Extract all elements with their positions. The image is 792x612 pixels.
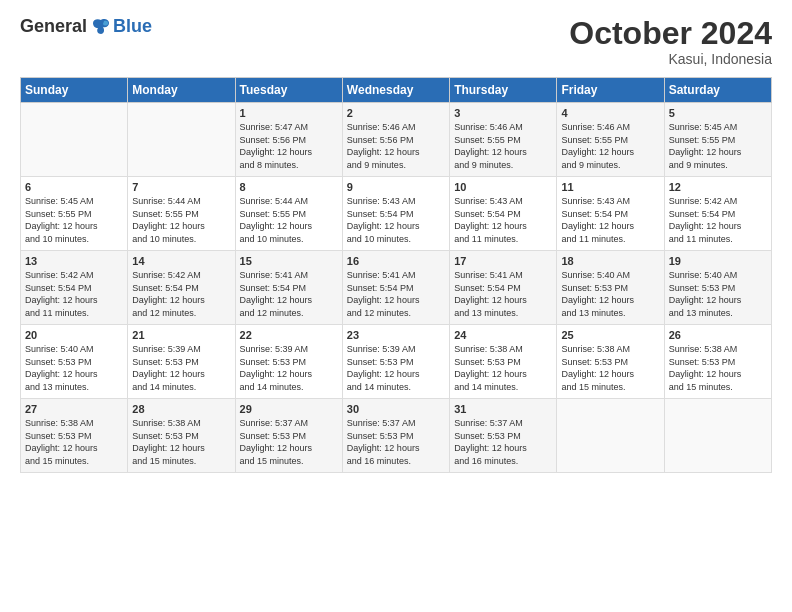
table-row: 30Sunrise: 5:37 AM Sunset: 5:53 PM Dayli…	[342, 399, 449, 473]
header-saturday: Saturday	[664, 78, 771, 103]
table-row: 14Sunrise: 5:42 AM Sunset: 5:54 PM Dayli…	[128, 251, 235, 325]
day-number: 5	[669, 107, 767, 119]
calendar-week-row: 20Sunrise: 5:40 AM Sunset: 5:53 PM Dayli…	[21, 325, 772, 399]
table-row	[557, 399, 664, 473]
table-row: 29Sunrise: 5:37 AM Sunset: 5:53 PM Dayli…	[235, 399, 342, 473]
table-row	[128, 103, 235, 177]
day-number: 2	[347, 107, 445, 119]
table-row: 13Sunrise: 5:42 AM Sunset: 5:54 PM Dayli…	[21, 251, 128, 325]
table-row: 17Sunrise: 5:41 AM Sunset: 5:54 PM Dayli…	[450, 251, 557, 325]
day-info: Sunrise: 5:41 AM Sunset: 5:54 PM Dayligh…	[240, 269, 338, 319]
calendar-page: General Blue October 2024 Kasui, Indones…	[0, 0, 792, 612]
day-number: 28	[132, 403, 230, 415]
day-number: 11	[561, 181, 659, 193]
day-info: Sunrise: 5:38 AM Sunset: 5:53 PM Dayligh…	[454, 343, 552, 393]
day-info: Sunrise: 5:37 AM Sunset: 5:53 PM Dayligh…	[240, 417, 338, 467]
day-number: 17	[454, 255, 552, 267]
day-info: Sunrise: 5:38 AM Sunset: 5:53 PM Dayligh…	[132, 417, 230, 467]
day-info: Sunrise: 5:41 AM Sunset: 5:54 PM Dayligh…	[347, 269, 445, 319]
day-number: 9	[347, 181, 445, 193]
table-row: 20Sunrise: 5:40 AM Sunset: 5:53 PM Dayli…	[21, 325, 128, 399]
logo-blue-text: Blue	[113, 16, 152, 37]
day-number: 20	[25, 329, 123, 341]
day-number: 4	[561, 107, 659, 119]
table-row: 18Sunrise: 5:40 AM Sunset: 5:53 PM Dayli…	[557, 251, 664, 325]
table-row	[664, 399, 771, 473]
day-info: Sunrise: 5:45 AM Sunset: 5:55 PM Dayligh…	[669, 121, 767, 171]
day-number: 31	[454, 403, 552, 415]
day-info: Sunrise: 5:46 AM Sunset: 5:55 PM Dayligh…	[454, 121, 552, 171]
calendar-header-row: Sunday Monday Tuesday Wednesday Thursday…	[21, 78, 772, 103]
table-row: 31Sunrise: 5:37 AM Sunset: 5:53 PM Dayli…	[450, 399, 557, 473]
table-row: 2Sunrise: 5:46 AM Sunset: 5:56 PM Daylig…	[342, 103, 449, 177]
day-number: 14	[132, 255, 230, 267]
day-info: Sunrise: 5:40 AM Sunset: 5:53 PM Dayligh…	[25, 343, 123, 393]
day-info: Sunrise: 5:46 AM Sunset: 5:56 PM Dayligh…	[347, 121, 445, 171]
table-row: 3Sunrise: 5:46 AM Sunset: 5:55 PM Daylig…	[450, 103, 557, 177]
table-row: 24Sunrise: 5:38 AM Sunset: 5:53 PM Dayli…	[450, 325, 557, 399]
day-number: 6	[25, 181, 123, 193]
day-info: Sunrise: 5:43 AM Sunset: 5:54 PM Dayligh…	[454, 195, 552, 245]
day-number: 29	[240, 403, 338, 415]
day-number: 3	[454, 107, 552, 119]
table-row: 6Sunrise: 5:45 AM Sunset: 5:55 PM Daylig…	[21, 177, 128, 251]
table-row: 27Sunrise: 5:38 AM Sunset: 5:53 PM Dayli…	[21, 399, 128, 473]
day-info: Sunrise: 5:43 AM Sunset: 5:54 PM Dayligh…	[561, 195, 659, 245]
table-row: 10Sunrise: 5:43 AM Sunset: 5:54 PM Dayli…	[450, 177, 557, 251]
day-info: Sunrise: 5:39 AM Sunset: 5:53 PM Dayligh…	[132, 343, 230, 393]
table-row: 25Sunrise: 5:38 AM Sunset: 5:53 PM Dayli…	[557, 325, 664, 399]
day-info: Sunrise: 5:38 AM Sunset: 5:53 PM Dayligh…	[561, 343, 659, 393]
day-number: 1	[240, 107, 338, 119]
day-info: Sunrise: 5:37 AM Sunset: 5:53 PM Dayligh…	[454, 417, 552, 467]
table-row: 22Sunrise: 5:39 AM Sunset: 5:53 PM Dayli…	[235, 325, 342, 399]
day-info: Sunrise: 5:38 AM Sunset: 5:53 PM Dayligh…	[25, 417, 123, 467]
logo: General Blue	[20, 16, 152, 37]
day-number: 19	[669, 255, 767, 267]
table-row: 28Sunrise: 5:38 AM Sunset: 5:53 PM Dayli…	[128, 399, 235, 473]
table-row: 5Sunrise: 5:45 AM Sunset: 5:55 PM Daylig…	[664, 103, 771, 177]
header: General Blue October 2024 Kasui, Indones…	[20, 16, 772, 67]
header-tuesday: Tuesday	[235, 78, 342, 103]
day-number: 30	[347, 403, 445, 415]
day-info: Sunrise: 5:40 AM Sunset: 5:53 PM Dayligh…	[561, 269, 659, 319]
header-sunday: Sunday	[21, 78, 128, 103]
day-info: Sunrise: 5:41 AM Sunset: 5:54 PM Dayligh…	[454, 269, 552, 319]
day-info: Sunrise: 5:46 AM Sunset: 5:55 PM Dayligh…	[561, 121, 659, 171]
day-info: Sunrise: 5:44 AM Sunset: 5:55 PM Dayligh…	[240, 195, 338, 245]
table-row: 23Sunrise: 5:39 AM Sunset: 5:53 PM Dayli…	[342, 325, 449, 399]
month-title: October 2024	[569, 16, 772, 51]
day-info: Sunrise: 5:43 AM Sunset: 5:54 PM Dayligh…	[347, 195, 445, 245]
table-row	[21, 103, 128, 177]
calendar-week-row: 6Sunrise: 5:45 AM Sunset: 5:55 PM Daylig…	[21, 177, 772, 251]
header-wednesday: Wednesday	[342, 78, 449, 103]
day-number: 22	[240, 329, 338, 341]
table-row: 12Sunrise: 5:42 AM Sunset: 5:54 PM Dayli…	[664, 177, 771, 251]
day-number: 23	[347, 329, 445, 341]
calendar-week-row: 1Sunrise: 5:47 AM Sunset: 5:56 PM Daylig…	[21, 103, 772, 177]
day-number: 8	[240, 181, 338, 193]
day-info: Sunrise: 5:42 AM Sunset: 5:54 PM Dayligh…	[669, 195, 767, 245]
day-number: 10	[454, 181, 552, 193]
calendar-table: Sunday Monday Tuesday Wednesday Thursday…	[20, 77, 772, 473]
calendar-week-row: 13Sunrise: 5:42 AM Sunset: 5:54 PM Dayli…	[21, 251, 772, 325]
table-row: 4Sunrise: 5:46 AM Sunset: 5:55 PM Daylig…	[557, 103, 664, 177]
day-info: Sunrise: 5:45 AM Sunset: 5:55 PM Dayligh…	[25, 195, 123, 245]
day-number: 24	[454, 329, 552, 341]
day-number: 27	[25, 403, 123, 415]
day-info: Sunrise: 5:47 AM Sunset: 5:56 PM Dayligh…	[240, 121, 338, 171]
table-row: 21Sunrise: 5:39 AM Sunset: 5:53 PM Dayli…	[128, 325, 235, 399]
table-row: 15Sunrise: 5:41 AM Sunset: 5:54 PM Dayli…	[235, 251, 342, 325]
logo-bird-icon	[91, 18, 111, 36]
day-number: 25	[561, 329, 659, 341]
day-info: Sunrise: 5:42 AM Sunset: 5:54 PM Dayligh…	[25, 269, 123, 319]
location: Kasui, Indonesia	[569, 51, 772, 67]
day-number: 26	[669, 329, 767, 341]
header-monday: Monday	[128, 78, 235, 103]
day-info: Sunrise: 5:38 AM Sunset: 5:53 PM Dayligh…	[669, 343, 767, 393]
title-section: October 2024 Kasui, Indonesia	[569, 16, 772, 67]
day-number: 13	[25, 255, 123, 267]
day-info: Sunrise: 5:44 AM Sunset: 5:55 PM Dayligh…	[132, 195, 230, 245]
table-row: 19Sunrise: 5:40 AM Sunset: 5:53 PM Dayli…	[664, 251, 771, 325]
header-friday: Friday	[557, 78, 664, 103]
table-row: 7Sunrise: 5:44 AM Sunset: 5:55 PM Daylig…	[128, 177, 235, 251]
